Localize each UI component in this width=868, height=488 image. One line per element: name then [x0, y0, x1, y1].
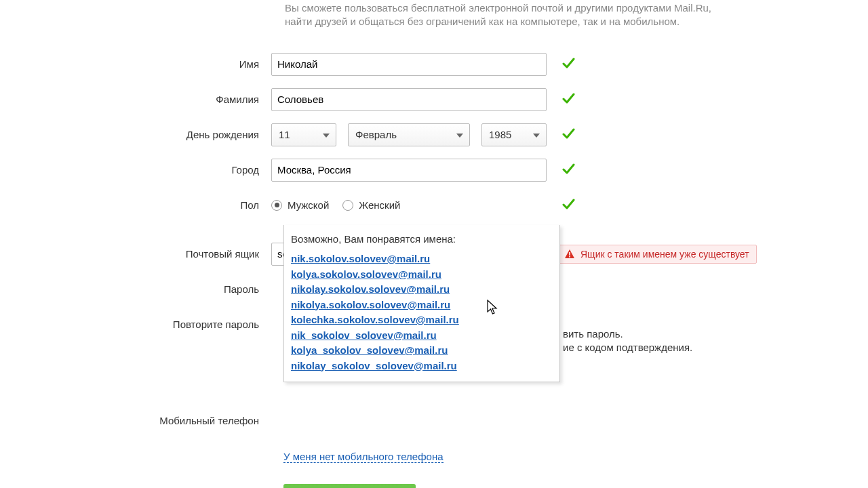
- intro-text: Вы сможете пользоваться бесплатной элект…: [285, 1, 726, 29]
- suggestions-title: Возможно, Вам понравятся имена:: [291, 233, 553, 245]
- label-mobile: Мобильный телефон: [0, 415, 271, 426]
- suggestion-item[interactable]: nikolay_sokolov_solovev@mail.ru: [291, 359, 457, 374]
- warning-icon: [564, 249, 575, 260]
- suggestion-item[interactable]: kolya.sokolov.solovev@mail.ru: [291, 267, 441, 283]
- suggestion-item[interactable]: kolechka.sokolov.solovev@mail.ru: [291, 312, 459, 328]
- svg-rect-1: [569, 256, 570, 258]
- label-first-name: Имя: [0, 58, 271, 70]
- suggestion-item[interactable]: nikolya.sokolov.solovev@mail.ru: [291, 298, 450, 313]
- label-gender: Пол: [0, 199, 271, 211]
- gender-male-label: Мужской: [288, 199, 329, 211]
- svg-rect-0: [569, 252, 570, 256]
- label-password-repeat: Повторите пароль: [0, 319, 271, 330]
- label-mailbox: Почтовый ящик: [0, 248, 271, 260]
- phone-hint-text: вить пароль. ие с кодом подтверждения.: [563, 327, 793, 354]
- mailbox-error-text: Ящик с таким именем уже существует: [580, 249, 749, 260]
- no-phone-link[interactable]: У меня нет мобильного телефона: [283, 451, 868, 462]
- label-city: Город: [0, 164, 271, 176]
- check-icon: [561, 92, 575, 107]
- first-name-input[interactable]: [271, 53, 547, 76]
- suggestion-item[interactable]: kolya_sokolov_solovev@mail.ru: [291, 343, 448, 359]
- birthday-month-select[interactable]: Февраль: [348, 123, 470, 146]
- check-icon: [561, 162, 575, 178]
- suggestion-item[interactable]: nik_sokolov_solovev@mail.ru: [291, 328, 437, 344]
- mailbox-suggestions-dropdown: Возможно, Вам понравятся имена: nik.soko…: [283, 225, 560, 382]
- radio-icon: [342, 200, 353, 211]
- birthday-day-select[interactable]: 11: [271, 123, 336, 146]
- gender-female-label: Женский: [359, 199, 400, 211]
- check-icon: [561, 127, 575, 142]
- suggestion-item[interactable]: nik.sokolov.solovev@mail.ru: [291, 251, 430, 267]
- check-icon: [561, 197, 575, 213]
- mailbox-error: Ящик с таким именем уже существует: [558, 245, 757, 264]
- register-button[interactable]: Зарегистрироваться: [283, 484, 416, 489]
- label-birthday: День рождения: [0, 129, 271, 140]
- radio-icon: [271, 200, 282, 211]
- label-password: Пароль: [0, 283, 271, 295]
- gender-female-radio[interactable]: Женский: [342, 199, 400, 211]
- suggestion-item[interactable]: nikolay.sokolov.solovev@mail.ru: [291, 282, 450, 298]
- city-input[interactable]: [271, 159, 547, 182]
- last-name-input[interactable]: [271, 88, 547, 111]
- gender-male-radio[interactable]: Мужской: [271, 199, 329, 211]
- label-last-name: Фамилия: [0, 94, 271, 105]
- birthday-year-select[interactable]: 1985: [481, 123, 547, 146]
- check-icon: [561, 56, 575, 72]
